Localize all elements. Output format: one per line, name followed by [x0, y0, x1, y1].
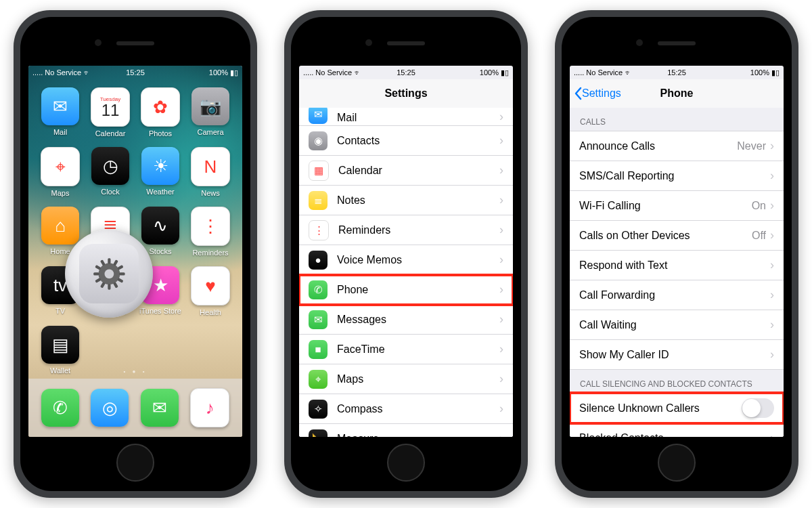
row-label: Maps — [337, 373, 499, 385]
settings-screen: ..... No Service ᯤ 15:25 100% ▮▯ Setting… — [299, 66, 513, 437]
app-label: Health — [200, 308, 221, 316]
chevron-right-icon: › — [770, 431, 774, 437]
settings-row-facetime[interactable]: ■ FaceTime › — [299, 335, 513, 364]
app-label: TV — [55, 307, 65, 315]
device-home: ..... No Service ᯤ 15:25 100% ▮▯ ✉︎MailT… — [14, 10, 257, 498]
app-icon: ♥ — [191, 266, 230, 305]
row-sms-call-reporting[interactable]: SMS/Call Reporting› — [570, 161, 784, 191]
app-icon: ✉︎ — [141, 389, 179, 427]
settings-row-compass[interactable]: ✧ Compass › — [299, 394, 513, 424]
settings-row-measure[interactable]: 📐 Measure › — [299, 424, 513, 437]
app-label: iTunes Store — [139, 307, 181, 315]
settings-list[interactable]: ✉︎ Mail ›◉ Contacts ›▦ Calendar ›≣ Notes… — [299, 108, 513, 437]
app-photos[interactable]: ✿Photos — [137, 87, 184, 146]
app-icon: 📷 — [191, 87, 229, 125]
chevron-right-icon: › — [499, 282, 503, 297]
section-header: CALLS — [570, 108, 784, 131]
app-clock[interactable]: ◷Clock — [87, 147, 134, 205]
row-icon: ◉ — [309, 131, 328, 150]
app-maps[interactable]: ⌖Maps — [37, 147, 84, 205]
wifi-icon: ᯤ — [83, 68, 91, 77]
settings-row-contacts[interactable]: ◉ Contacts › — [299, 126, 513, 156]
wifi-icon: ᯤ — [625, 68, 632, 77]
app-news[interactable]: NNews — [187, 147, 234, 205]
dock-app-messages[interactable]: ✉︎Messages — [141, 389, 179, 427]
row-calls-on-other-devices[interactable]: Calls on Other DevicesOff› — [570, 221, 784, 251]
dock-app-safari[interactable]: ◎Safari — [91, 389, 129, 427]
app-icon: ▤ — [41, 326, 79, 364]
toggle-switch[interactable] — [742, 398, 774, 418]
dock: ✆Phone◎Safari✉︎Messages♪Music — [28, 379, 242, 437]
row-icon: ▦ — [309, 161, 329, 181]
row-call-waiting[interactable]: Call Waiting› — [570, 310, 784, 340]
row-call-forwarding[interactable]: Call Forwarding› — [570, 280, 784, 310]
app-icon: ⌂ — [41, 207, 79, 245]
battery-icon: ▮▯ — [230, 68, 238, 77]
row-announce-calls[interactable]: Announce CallsNever› — [570, 131, 784, 161]
settings-row-phone[interactable]: ✆ Phone › — [299, 275, 513, 305]
chevron-right-icon: › — [499, 223, 503, 237]
app-calendar[interactable]: Tuesday11Calendar — [87, 87, 134, 146]
chevron-right-icon: › — [770, 347, 774, 362]
app-icon: ◎ — [91, 389, 129, 427]
phone-settings-screen: ..... No Service ᯤ 15:25 100% ▮▯ Setting… — [570, 66, 784, 437]
row-label: Announce Calls — [579, 140, 737, 152]
status-bar: ..... No Service ᯤ 15:25 100% ▮▯ — [28, 66, 242, 79]
app-wallet[interactable]: ▤Wallet — [37, 326, 84, 384]
row-label: FaceTime — [337, 343, 499, 356]
dock-app-music[interactable]: ♪Music — [190, 388, 229, 427]
app-reminders[interactable]: ⋮Reminders — [187, 207, 234, 265]
home-button[interactable] — [116, 444, 154, 482]
row-silence-unknown-callers[interactable]: Silence Unknown Callers — [570, 393, 784, 423]
row-show-my-caller-id[interactable]: Show My Caller ID› — [570, 340, 784, 370]
phone-settings-list[interactable]: CALLSAnnounce CallsNever›SMS/Call Report… — [570, 108, 784, 437]
app-icon: ∿ — [141, 207, 179, 245]
navbar: Settings Phone — [570, 79, 784, 108]
chevron-right-icon: › — [499, 253, 503, 267]
settings-row-messages[interactable]: ✉︎ Messages › — [299, 305, 513, 335]
app-icon: N — [191, 147, 230, 186]
settings-row-mail[interactable]: ✉︎ Mail › — [299, 108, 513, 126]
home-button[interactable] — [658, 444, 696, 482]
app-weather[interactable]: ☀︎Weather — [137, 147, 184, 205]
app-icon: ✿ — [141, 87, 180, 127]
app-label: Stocks — [149, 247, 171, 255]
home-button[interactable] — [387, 444, 425, 482]
app-label: Mail — [53, 128, 67, 136]
app-label: Maps — [51, 189, 70, 197]
dock-app-phone[interactable]: ✆Phone — [41, 389, 79, 427]
row-icon: ● — [309, 251, 328, 270]
app-mail[interactable]: ✉︎Mail — [37, 87, 84, 146]
settings-row-voice-memos[interactable]: ● Voice Memos › — [299, 245, 513, 275]
row-icon: ✆ — [309, 280, 328, 299]
row-blocked-contacts[interactable]: Blocked Contacts› — [570, 423, 784, 437]
row-value: On — [752, 200, 766, 212]
chevron-right-icon: › — [499, 193, 503, 207]
settings-row-reminders[interactable]: ⋮ Reminders › — [299, 215, 513, 245]
row-respond-with-text[interactable]: Respond with Text› — [570, 251, 784, 280]
back-button[interactable]: Settings — [574, 87, 621, 100]
chevron-right-icon: › — [499, 312, 503, 326]
row-icon: ✉︎ — [309, 108, 328, 124]
gear-icon — [91, 256, 127, 292]
settings-row-notes[interactable]: ≣ Notes › — [299, 186, 513, 215]
app-icon: ☀︎ — [141, 147, 179, 185]
battery-icon: ▮▯ — [771, 68, 780, 77]
settings-row-calendar[interactable]: ▦ Calendar › — [299, 156, 513, 186]
settings-row-maps[interactable]: ⌖ Maps › — [299, 364, 513, 394]
row-icon: ✧ — [309, 400, 328, 419]
device-phone-settings: ..... No Service ᯤ 15:25 100% ▮▯ Setting… — [555, 10, 798, 498]
chevron-right-icon: › — [499, 110, 503, 124]
row-icon: ⋮ — [309, 220, 329, 240]
app-camera[interactable]: 📷Camera — [187, 87, 234, 146]
row-label: Calls on Other Devices — [579, 230, 752, 242]
row-wi-fi-calling[interactable]: Wi-Fi CallingOn› — [570, 191, 784, 221]
row-icon: ✉︎ — [309, 310, 328, 329]
app-label: Photos — [149, 129, 172, 137]
home-screen: ..... No Service ᯤ 15:25 100% ▮▯ ✉︎MailT… — [28, 66, 242, 437]
row-icon: ⌖ — [309, 370, 328, 389]
app-health[interactable]: ♥Health — [187, 266, 234, 324]
app-icon: ✆ — [41, 389, 79, 427]
status-bar: ..... No Service ᯤ 15:25 100% ▮▯ — [570, 66, 784, 79]
settings-app-magnified[interactable] — [65, 230, 153, 318]
